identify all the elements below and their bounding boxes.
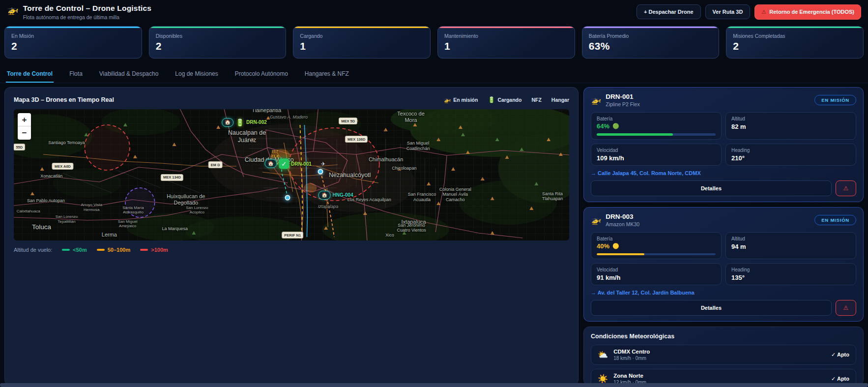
drone-alert-button[interactable]: ⚠ bbox=[836, 180, 856, 196]
stat-card-disponibles: Disponibles 2 bbox=[149, 26, 287, 59]
accent-bar bbox=[293, 27, 430, 28]
weather-row-cdmx-centro: ⛅ CDMX Centro 18 km/h · 0mm ✓ Apto bbox=[591, 345, 856, 365]
view-route-3d-button[interactable]: Ver Ruta 3D bbox=[705, 4, 751, 19]
map-place-label: La Marquesa bbox=[162, 226, 188, 232]
weather-status: ✓ Apto bbox=[831, 376, 849, 382]
battery-bar bbox=[597, 133, 716, 136]
drone-id: DRN-001 bbox=[606, 93, 639, 100]
tab-torre-de-control[interactable]: Torre de Control bbox=[6, 67, 54, 83]
accent-bar bbox=[149, 27, 286, 28]
battery-bar bbox=[597, 253, 716, 256]
tab-protocolo-autonomo[interactable]: Protocolo Autónomo bbox=[234, 67, 289, 83]
right-sidebar: 🚁 DRN-001 Zipline P2 Flex EN MISIÓN Bate… bbox=[583, 87, 864, 386]
route-readout: 217 bbox=[271, 149, 278, 154]
drone-icon: 🚁 bbox=[591, 95, 601, 105]
map-place-label: Calixtlahuaca bbox=[17, 209, 40, 214]
stat-card-en-mision: En Misión 2 bbox=[4, 26, 142, 59]
zoom-out-button[interactable]: − bbox=[18, 126, 31, 140]
map-place-label: San Miguel Ameyalco bbox=[113, 219, 143, 229]
road-shield: PERIF N1 bbox=[282, 232, 303, 238]
map-place-label: Iztapalapa bbox=[318, 204, 339, 209]
marker-label: DRN-002 bbox=[246, 119, 267, 125]
drone-model: Zipline P2 Flex bbox=[606, 101, 639, 107]
legend-dash bbox=[140, 249, 148, 251]
status-badge: EN MISIÓN bbox=[814, 95, 856, 105]
drone-dot-icon bbox=[318, 169, 323, 174]
accent-bar bbox=[582, 27, 719, 28]
altitude-box: Altitud 94 m bbox=[725, 232, 856, 260]
drone-logo-icon: 🚁 bbox=[7, 4, 19, 16]
hangar-icon: 🏠 bbox=[222, 118, 233, 127]
map-place-label: Arroyo Vista Hermosa bbox=[76, 203, 107, 212]
tab-log-de-misiones[interactable]: Log de Misiones bbox=[174, 67, 219, 83]
map-legend: 🚁 En misión 🔋 Cargando NFZ Hangar bbox=[443, 96, 569, 103]
map-marker-hangar-hng004[interactable]: 🏠 HNG-004 bbox=[318, 191, 353, 200]
scrollbar-thumb[interactable] bbox=[0, 383, 868, 387]
stat-card-cargando: Cargando 1 bbox=[293, 26, 431, 59]
emergency-return-button[interactable]: ⚠ Retorno de Emergencia (TODOS) bbox=[754, 4, 861, 20]
stat-label: Mantenimiento bbox=[444, 33, 568, 39]
accent-bar bbox=[5, 27, 142, 28]
zoom-in-button[interactable]: + bbox=[18, 113, 31, 126]
destination-link[interactable]: → Calle Jalapa 45, Col. Roma Norte, CDMX bbox=[591, 170, 856, 176]
map-place-label: Santa Rita Tlahuapan bbox=[542, 191, 563, 202]
map-place-label: Lerma bbox=[102, 232, 117, 238]
road-shield: MEX A6D bbox=[52, 163, 73, 170]
map-marker-delivery-check[interactable]: 🏠 ✓ DRN-001 bbox=[265, 158, 312, 169]
map-place-label: Xico bbox=[385, 233, 394, 238]
battery-status-icon: 🟡 bbox=[612, 243, 619, 249]
tab-flota[interactable]: Flota bbox=[68, 67, 84, 83]
airport-icon: ✈ bbox=[321, 160, 325, 167]
sun-icon: ☀️ bbox=[598, 374, 608, 384]
battery-box: Batería 64% 🟢 bbox=[591, 112, 722, 140]
map-zoom-control: + − bbox=[18, 113, 31, 140]
road-shield: 55D bbox=[14, 144, 25, 150]
map-place-label: San Francisco Acuautla bbox=[407, 192, 437, 203]
horizontal-scrollbar[interactable] bbox=[0, 383, 868, 387]
weather-title: Condiciones Meteorológicas bbox=[591, 333, 856, 340]
map-place-label: Colonia General Manuel Ávila Camacho bbox=[437, 186, 473, 202]
map-place-label: San Lorenzo Acopilco bbox=[182, 206, 212, 215]
map-place-label: Santa María Atarasquillo bbox=[118, 206, 148, 215]
stat-value: 63% bbox=[589, 40, 713, 52]
sun-behind-cloud-icon: ⛅ bbox=[598, 350, 608, 360]
marker-label: DRN-001 bbox=[291, 161, 312, 166]
dispatch-drone-button[interactable]: + Despachar Drone bbox=[637, 4, 701, 19]
stat-label: Misiones Completadas bbox=[733, 33, 857, 39]
destination-link[interactable]: → Av. del Taller 12, Col. Jardín Balbuen… bbox=[591, 290, 856, 296]
map-place-label: Nezahualcóyotl bbox=[329, 171, 371, 179]
map-place-label: Texcoco de Mora bbox=[396, 111, 426, 123]
drone-alert-button[interactable]: ⚠ bbox=[836, 300, 856, 316]
map-place-label: San Jerónimo Cuatro Vientos bbox=[393, 223, 430, 234]
drone-icon: 🚁 bbox=[591, 215, 601, 225]
main-tabs: Torre de Control Flota Viabilidad & Desp… bbox=[0, 63, 868, 83]
details-button[interactable]: Detalles bbox=[591, 180, 832, 196]
charging-battery-icon: 🔋 bbox=[236, 119, 244, 126]
tab-hangares-nfz[interactable]: Hangares & NFZ bbox=[304, 67, 350, 83]
battery-bar-fill bbox=[597, 133, 673, 136]
stat-card-misiones-completadas: Misiones Completadas 2 bbox=[726, 26, 864, 59]
map-place-label: Naucalpan de Juárez bbox=[227, 129, 268, 144]
map-canvas[interactable]: + − Tlalnepantla Gustavo A. Madero Nauca… bbox=[14, 109, 569, 240]
page-title: Torre de Control – Drone Logistics bbox=[23, 4, 151, 13]
details-button[interactable]: Detalles bbox=[591, 300, 832, 316]
battery-box: Batería 40% 🟡 bbox=[591, 232, 722, 260]
map-panel: Mapa 3D – Drones en Tiempo Real 🚁 En mis… bbox=[4, 87, 579, 386]
map-place-label: Huixquilucan de Degollado bbox=[165, 193, 206, 206]
tab-viabilidad-despacho[interactable]: Viabilidad & Despacho bbox=[98, 67, 160, 83]
map-marker-charging-drone[interactable]: 🏠 🔋 DRN-002 bbox=[222, 118, 267, 127]
map-marker-drone-position[interactable] bbox=[285, 195, 290, 201]
altitude-box: Altitud 82 m bbox=[725, 112, 856, 140]
helicopter-icon: 🚁 bbox=[443, 96, 451, 103]
drone-model: Amazon MK30 bbox=[606, 221, 639, 227]
stat-value: 1 bbox=[444, 40, 568, 52]
map-place-label: Chimalhuacán bbox=[369, 156, 403, 163]
map-marker-drone-position[interactable] bbox=[318, 169, 323, 174]
legend-cargando: 🔋 Cargando bbox=[488, 96, 521, 103]
heading-box: Heading 135° bbox=[725, 263, 856, 285]
drone-card-drn-003: 🚁 DRN-003 Amazon MK30 EN MISIÓN Batería … bbox=[583, 207, 864, 322]
map-place-label: Los Reyes Acaquilpan bbox=[347, 197, 391, 203]
stat-card-bateria-promedio: Batería Promedio 63% bbox=[582, 26, 720, 59]
battery-icon: 🔋 bbox=[488, 96, 495, 103]
altitude-legend: Altitud de vuelo: <50m 50–100m >100m bbox=[14, 245, 569, 255]
